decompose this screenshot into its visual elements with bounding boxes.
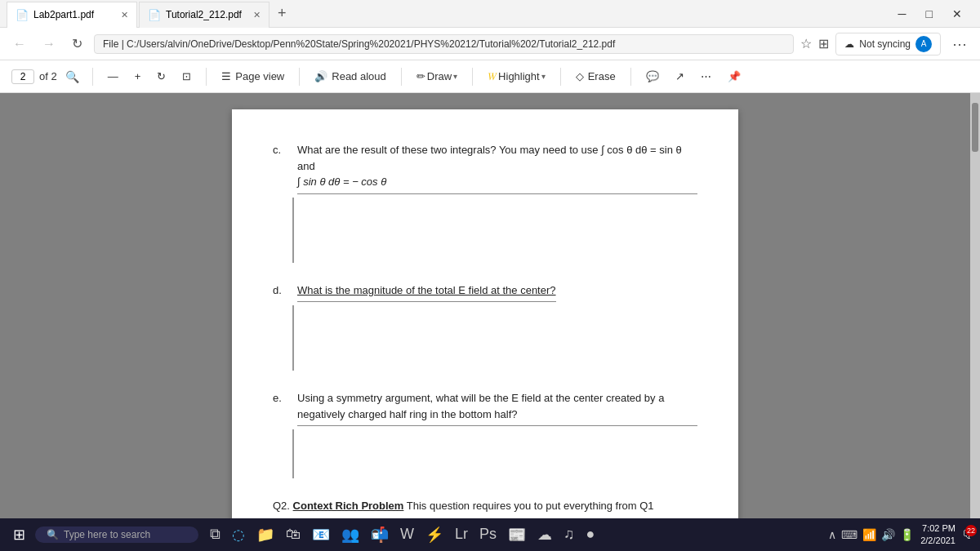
pdf-viewer[interactable]: c. What are the result of these two inte… [0,93,970,551]
rotate-button[interactable]: ↻ [150,67,172,86]
zoom-in-button[interactable]: + [128,67,148,86]
minimize-button[interactable]: ─ [893,6,911,22]
not-syncing-button[interactable]: ☁ Not syncing A [835,33,941,56]
ps-icon[interactable]: Ps [476,524,500,545]
part-d-answer-line [297,301,556,302]
title-bar: 📄 Lab2part1.pdf ✕ 📄 Tutorial2_212.pdf ✕ … [0,0,980,28]
pdf-toolbar: of 2 🔍 — + ↻ ⊡ ☰ Page view 🔊 Read aloud … [0,60,980,93]
part-d-answer-box [292,305,697,371]
tab-icon-lab2: 📄 [16,9,29,21]
part-c-letter: c. [273,142,289,194]
part-e-label: e. Using a symmetry argument, what will … [273,390,697,426]
battery-icon[interactable]: 🔋 [900,528,914,541]
scrollbar-rail[interactable] [970,93,980,551]
system-tray-icons: ∧ ⌨ 📶 🔊 🔋 [828,528,914,541]
star-icon[interactable]: ☆ [800,36,812,51]
taskbar: ⊞ 🔍 Type here to search ⧉ ◌ 📁 🛍 📧 👥 📬 W … [0,518,980,551]
forward-button[interactable]: → [38,33,60,55]
lr-icon[interactable]: Lr [452,524,471,545]
mail-icon[interactable]: 📬 [368,524,392,545]
news-icon[interactable]: 📰 [505,524,529,545]
page-view-button[interactable]: ☰ Page view [215,67,291,86]
cloud-icon: ☁ [844,38,854,50]
share-button[interactable]: ↗ [669,67,691,86]
keyboard-icon[interactable]: ⌨ [841,528,858,541]
word-icon[interactable]: W [397,524,417,545]
close-button[interactable]: ✕ [947,6,967,22]
taskbar-search[interactable]: 🔍 Type here to search [35,527,198,543]
chrome-icon[interactable]: ● [583,524,599,545]
address-field[interactable]: File | C:/Users/alvin/OneDrive/Desktop/P… [94,34,794,54]
notification-button[interactable]: 🗨 22 [962,528,973,541]
draw-label: Draw [427,70,452,82]
part-d-text-main: What is the magnitude of the total E fie… [297,284,556,296]
more-tools-button[interactable]: ⋯ [694,67,718,86]
draw-dropdown-arrow: ▾ [453,72,457,81]
not-syncing-label: Not syncing [859,38,911,50]
weather-icon[interactable]: ☁ [534,524,555,545]
address-icons: ☆ ⊞ [800,36,829,51]
fit-button[interactable]: ⊡ [176,67,198,86]
draw-button[interactable]: ✏ Draw ▾ [410,67,464,86]
tab-label-tutorial: Tutorial2_212.pdf [166,9,242,20]
start-button[interactable]: ⊞ [7,522,32,547]
q2-label: Q2. [273,500,290,512]
tab-label-lab2: Lab2part1.pdf [33,9,94,20]
part-e-answer-box [292,429,697,478]
back-button[interactable]: ← [8,33,31,55]
separator-2 [206,68,207,86]
page-number-input[interactable] [11,69,34,84]
more-options-button[interactable]: ⋯ [947,33,972,55]
page-indicator: of 2 [11,69,57,84]
part-d-label: d. What is the magnitude of the total E … [273,282,697,303]
collections-icon[interactable]: ⊞ [818,36,829,51]
page-view-icon: ☰ [221,70,231,82]
zoom-in-label: + [135,70,141,82]
speaker-icon: 🔊 [314,70,327,82]
pin-button[interactable]: 📌 [721,67,747,86]
lightning-icon[interactable]: ⚡ [422,524,447,545]
scrollbar-thumb[interactable] [972,103,978,152]
store-icon[interactable]: 🛍 [283,524,304,545]
read-aloud-label: Read aloud [332,70,386,82]
taskview-icon[interactable]: ⧉ [207,524,224,545]
page-view-label: Page view [235,70,284,82]
maximize-button[interactable]: □ [921,6,938,22]
read-aloud-button[interactable]: 🔊 Read aloud [308,67,393,86]
search-button[interactable]: 🔍 [60,69,84,85]
tab-tutorial[interactable]: 📄 Tutorial2_212.pdf ✕ [139,2,270,28]
new-tab-button[interactable]: + [273,5,292,22]
taskbar-right: ∧ ⌨ 📶 🔊 🔋 7:02 PM 2/2/2021 🗨 22 [828,522,973,548]
part-e-letter: e. [273,390,289,426]
part-c-answer-line [297,193,697,194]
search-icon: 🔍 [47,529,59,540]
explorer-icon[interactable]: 📁 [253,524,278,545]
part-e-answer-line [297,425,697,426]
part-c-text-main: What are the result of these two integra… [297,144,682,172]
separator-7 [630,68,631,86]
address-bar: ← → ↻ File | C:/Users/alvin/OneDrive/Des… [0,28,980,60]
tab-icon-tutorial: 📄 [148,9,161,21]
part-c-label: c. What are the result of these two inte… [273,142,697,194]
part-d-text: What is the magnitude of the total E fie… [297,282,556,303]
edge-icon[interactable]: ◌ [229,524,248,545]
part-c-answer-box [292,198,697,263]
caret-icon[interactable]: ∧ [828,528,836,541]
separator-5 [472,68,473,86]
network-icon[interactable]: 📶 [862,528,876,541]
tab-lab2[interactable]: 📄 Lab2part1.pdf ✕ [7,2,137,28]
erase-button[interactable]: ◇ Erase [569,67,622,86]
outlook-icon[interactable]: 📧 [309,524,333,545]
erase-label: Erase [588,70,616,82]
teams-icon[interactable]: 👥 [338,524,363,545]
highlight-icon: 𝑊 [488,70,497,83]
refresh-button[interactable]: ↻ [67,33,87,55]
highlight-button[interactable]: 𝑊 Highlight ▾ [481,67,552,87]
volume-icon[interactable]: 🔊 [881,528,895,541]
tab-close-tutorial[interactable]: ✕ [253,10,261,20]
clock[interactable]: 7:02 PM 2/2/2021 [920,522,956,548]
tab-close-lab2[interactable]: ✕ [121,10,128,20]
zoom-out-button[interactable]: — [101,67,125,86]
spotify-icon[interactable]: ♫ [560,524,578,545]
comment-button[interactable]: 💬 [639,67,666,86]
